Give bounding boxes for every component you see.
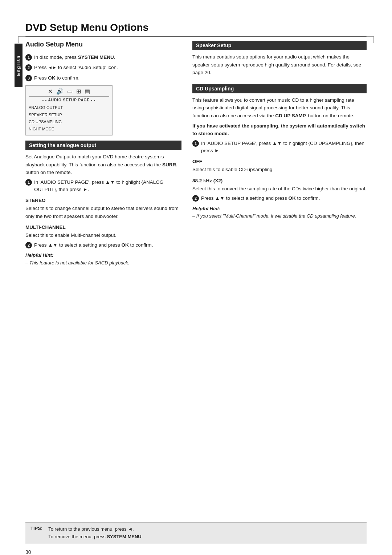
main-content: English DVD Setup Menu Options Audio Set…: [25, 22, 367, 267]
analogue-output-body: Set Analogue Output to match your DVD ho…: [25, 153, 181, 177]
multichannel-body: Select this to enable Multi-channel outp…: [25, 231, 181, 239]
analogue-step-2: 2 Press ▲▼ to select a setting and press…: [25, 242, 181, 249]
analogue-step-1-text: In 'AUDIO SETUP PAGE', press ▲▼ to highl…: [34, 179, 181, 194]
corner-tr: [367, 36, 374, 43]
tips-content: To return to the previous menu, press ◄.…: [48, 526, 143, 541]
analogue-step-2-text: Press ▲▼ to select a setting and press O…: [34, 242, 153, 249]
menu-image: ✕ 🔊 ▭ ⊞ ▤ - - AUDIO SETUP PAGE - - ANALO…: [25, 85, 113, 135]
corner-tl: [18, 36, 25, 43]
analogue-step-num-1: 1: [25, 179, 32, 186]
step-num-2: 2: [25, 64, 32, 71]
step-3-text: Press OK to confirm.: [34, 74, 79, 82]
menu-icons-row: ✕ 🔊 ▭ ⊞ ▤: [29, 88, 109, 97]
analogue-step-1: 1 In 'AUDIO SETUP PAGE', press ▲▼ to hig…: [25, 179, 181, 194]
cd-upsampling-notice: If you have activated the upsampling, th…: [192, 122, 367, 138]
multichannel-title: MULTI-CHANNEL: [25, 224, 181, 230]
step-2: 2 Press to select 'Audio Setup' icon.: [25, 64, 181, 71]
speaker-setup-header: Speaker Setup: [192, 41, 367, 50]
cd-step-1-text: In 'AUDIO SETUP PAGE', press ▲▼ to highl…: [201, 140, 367, 155]
menu-icon-pref: ⊞: [76, 88, 81, 95]
menu-item-night: NIGHT MODE: [29, 126, 109, 133]
right-column: Speaker Setup This menu contains setup o…: [192, 41, 367, 267]
menu-items-list: ANALOG OUTPUT SPEAKER SETUP CD UPSAMPLIN…: [29, 104, 109, 133]
menu-item-speaker: SPEAKER SETUP: [29, 112, 109, 119]
cd-step-2: 2 Press ▲▼ to select a setting and press…: [192, 195, 367, 202]
cd-step-1: 1 In 'AUDIO SETUP PAGE', press ▲▼ to hig…: [192, 140, 367, 155]
cd-step-num-1: 1: [192, 140, 199, 147]
step-2-text: Press to select 'Audio Setup' icon.: [34, 64, 118, 71]
english-sidebar: English: [15, 44, 23, 87]
step-num-1: 1: [25, 54, 32, 61]
tips-line2: To remove the menu, press SYSTEM MENU.: [48, 533, 143, 541]
menu-icon-misc: ▤: [85, 88, 90, 95]
analogue-helpful-hint: Helpful Hint: – This feature is not avai…: [25, 252, 181, 267]
stereo-body: Select this to change channel output to …: [25, 204, 181, 220]
khz-title: 88.2 kHz (X2): [192, 178, 367, 183]
step-num-3: 3: [25, 75, 32, 81]
cd-helpful-hint: Helpful Hint: – If you select "Multi-Cha…: [192, 205, 367, 220]
cd-upsampling-body: This feature allows you to convert your …: [192, 96, 367, 120]
khz-body: Select this to convert the sampling rate…: [192, 185, 367, 193]
off-title: OFF: [192, 159, 367, 164]
menu-icon-audio: 🔊: [56, 88, 64, 95]
step-1: 1 In disc mode, press SYSTEM MENU.: [25, 54, 181, 61]
two-col-layout: Audio Setup Menu 1 In disc mode, press S…: [25, 41, 367, 267]
menu-label: - - AUDIO SETUP PAGE - -: [29, 98, 109, 102]
menu-item-analog: ANALOG OUTPUT: [29, 104, 109, 112]
menu-item-cd: CD UPSAMPLING: [29, 118, 109, 126]
page-title: DVD Setup Menu Options: [25, 22, 367, 37]
step-1-text: In disc mode, press SYSTEM MENU.: [34, 54, 115, 61]
page-container: English DVD Setup Menu Options Audio Set…: [0, 22, 392, 555]
left-column: Audio Setup Menu 1 In disc mode, press S…: [25, 41, 181, 267]
lr-arrow-icon: [48, 65, 57, 70]
tips-label: TIPS:: [30, 526, 42, 531]
cd-step-2-text: Press ▲▼ to select a setting and press O…: [201, 195, 320, 202]
page-number: 30: [25, 549, 31, 555]
cd-step-num-2: 2: [192, 195, 199, 202]
cd-upsampling-header: CD Upsampling: [192, 84, 367, 93]
stereo-title: STEREO: [25, 198, 181, 203]
speaker-setup-body: This menu contains setup options for you…: [192, 53, 367, 77]
off-body: Select this to disable CD-upsampling.: [192, 166, 367, 174]
tips-bar: TIPS: To return to the previous menu, pr…: [25, 522, 367, 544]
step-3: 3 Press OK to confirm.: [25, 74, 181, 82]
menu-icon-x: ✕: [48, 88, 53, 95]
analogue-output-header: Setting the analogue output: [25, 141, 181, 150]
analogue-step-num-2: 2: [25, 242, 32, 248]
audio-setup-section-title: Audio Setup Menu: [25, 41, 181, 50]
tips-line1: To return to the previous menu, press ◄.: [48, 526, 143, 533]
menu-icon-video: ▭: [67, 88, 73, 95]
